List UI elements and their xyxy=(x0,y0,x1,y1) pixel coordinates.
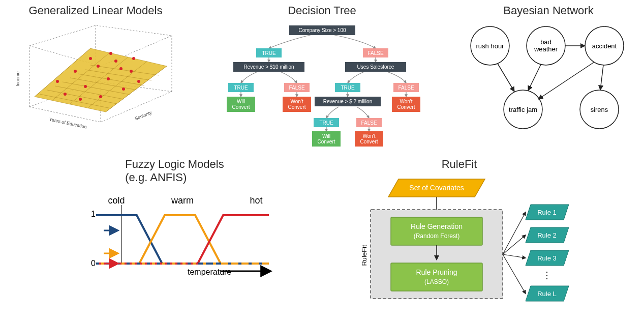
glm-axis-x1: Years of Education xyxy=(49,117,87,129)
svg-line-56 xyxy=(503,254,526,258)
svg-line-38 xyxy=(538,62,594,99)
fuzzy-y1: 1 xyxy=(91,210,96,218)
dtree-leaf-wont: Won't Convert xyxy=(355,131,383,147)
dtree-branch-false: FALSE xyxy=(284,83,310,92)
rulefit-box2-l1: Rule Pruning xyxy=(416,268,457,276)
fuzzy-y0: 0 xyxy=(91,259,96,268)
dtree-branch-false: FALSE xyxy=(363,48,388,57)
dtree-leaf-wont: Won't Convert xyxy=(283,97,311,112)
bn-title: Bayesian Network xyxy=(503,4,593,17)
dtree-left-test: Revenue > $10 million xyxy=(233,62,304,72)
svg-point-14 xyxy=(56,80,59,83)
svg-line-57 xyxy=(503,254,526,294)
svg-line-35 xyxy=(498,64,514,92)
rulefit-rule: Rule 2 xyxy=(537,231,557,239)
dtree-branch-false: FALSE xyxy=(393,83,419,92)
rulefit-rule: Rule 3 xyxy=(537,254,557,262)
svg-point-24 xyxy=(89,57,92,60)
svg-point-27 xyxy=(99,95,102,98)
rulefit-input: Set of Covariates xyxy=(409,184,464,192)
svg-point-21 xyxy=(130,70,133,73)
dtree-leaf-will: Will Convert xyxy=(312,131,341,147)
rulefit-side-label: RuleFit xyxy=(360,245,368,266)
svg-point-28 xyxy=(119,67,122,70)
rulefit-rule: Rule 1 xyxy=(537,209,557,216)
dtree-branch-true: TRUE xyxy=(228,83,254,92)
svg-point-19 xyxy=(114,60,117,63)
svg-rect-53 xyxy=(391,263,482,291)
svg-point-18 xyxy=(107,77,110,80)
svg-point-15 xyxy=(74,70,77,73)
bn-node: accident xyxy=(592,42,617,50)
svg-rect-51 xyxy=(391,217,482,245)
fuzzy-label-cold: cold xyxy=(108,195,125,206)
svg-line-55 xyxy=(503,235,526,254)
fuzzy-title-main: Fuzzy Logic Models xyxy=(125,158,224,170)
glm-axis-y: Income xyxy=(15,71,20,86)
svg-point-17 xyxy=(97,65,100,68)
bn-node: rush hour xyxy=(476,42,505,50)
panel-fuzzy: Fuzzy Logic Models (e.g. ANFIS) xyxy=(68,158,282,306)
dtree-branch-true: TRUE xyxy=(314,118,339,127)
rulefit-box1-l1: Rule Generation xyxy=(411,222,463,230)
dtree-leaf-wont: Won't Convert xyxy=(392,97,420,112)
fuzzy-xaxis: temperature xyxy=(188,268,231,276)
rulefit-title: RuleFit xyxy=(442,158,477,171)
fuzzy-plot: 1 0 cold warm hot temperature xyxy=(68,187,282,284)
dtree-right-test: Uses Salesforce xyxy=(345,62,406,72)
fuzzy-label-warm: warm xyxy=(171,195,194,206)
svg-line-39 xyxy=(600,65,603,90)
dtree-branch-false: FALSE xyxy=(356,118,382,127)
bn-node: sirens xyxy=(591,106,608,113)
rulefit-rule: Rule L xyxy=(537,290,557,298)
bayesian-network-diagram: rush hour badweather accident traffic ja… xyxy=(462,20,635,137)
svg-point-22 xyxy=(137,80,140,83)
glm-plot: Income Years of Education Seniority xyxy=(9,20,182,132)
fuzzy-subtitle: (e.g. ANFIS) xyxy=(125,171,187,184)
rulefit-diagram: Set of Covariates RuleFit Rule Generatio… xyxy=(343,174,576,306)
rulefit-box1-l2: (Random Forest) xyxy=(413,232,459,240)
dtree-title: Decision Tree xyxy=(288,4,356,17)
panel-bayesian: Bayesian Network rush hour badweather ac… xyxy=(457,4,640,148)
panel-rulefit: RuleFit Set of Covariates RuleFit Rule G… xyxy=(343,158,576,306)
panel-decision-tree: Decision Tree xyxy=(210,4,434,148)
svg-line-36 xyxy=(528,65,541,91)
svg-point-26 xyxy=(79,98,82,101)
rulefit-dots: ⋮ xyxy=(542,270,551,280)
fuzzy-label-hot: hot xyxy=(250,195,262,206)
dtree-leaf-will: Will Convert xyxy=(227,97,255,112)
svg-point-23 xyxy=(64,93,67,96)
dtree-root: Company Size > 100 xyxy=(289,25,355,35)
bn-node: traffic jam xyxy=(509,106,537,113)
dtree-branch-true: TRUE xyxy=(335,83,360,92)
dtree-branch-true: TRUE xyxy=(256,48,282,57)
rulefit-box2-l2: (LASSO) xyxy=(424,278,448,285)
svg-point-16 xyxy=(84,85,87,88)
glm-axis-x2: Seniority xyxy=(134,110,153,122)
fuzzy-title: Fuzzy Logic Models (e.g. ANFIS) xyxy=(125,158,224,184)
svg-point-20 xyxy=(122,88,125,91)
decision-tree-diagram: Company Size > 100 TRUE FALSE Revenue > … xyxy=(210,20,434,148)
svg-point-29 xyxy=(132,57,135,60)
glm-title: Generalized Linear Models xyxy=(29,4,163,17)
panel-glm: Generalized Linear Models xyxy=(4,4,187,148)
svg-point-25 xyxy=(109,52,112,55)
svg-line-54 xyxy=(503,212,526,254)
dtree-right2-test: Revenue > $ 2 million xyxy=(315,97,381,106)
